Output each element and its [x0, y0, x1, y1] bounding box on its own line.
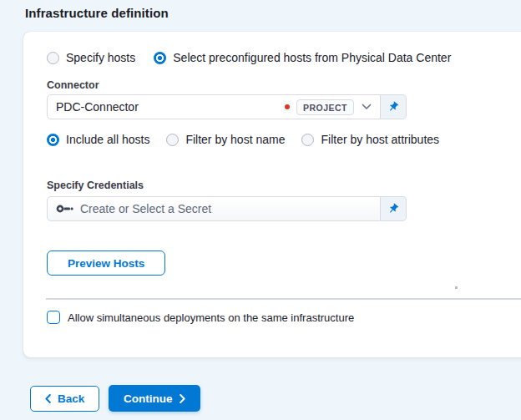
radio-select-preconfigured-hosts[interactable]: Select preconfigured hosts from Physical… [154, 51, 451, 64]
dot-artifact [455, 286, 458, 289]
divider [46, 298, 521, 300]
continue-button[interactable]: Continue [109, 385, 200, 412]
infrastructure-definition-card: Specify hosts Select preconfigured hosts… [23, 32, 521, 357]
credentials-input-group: Create or Select a Secret [47, 196, 407, 221]
connector-field[interactable]: PDC-Connector PROJECT [47, 94, 381, 119]
page-title: Infrastructure definition [25, 6, 169, 20]
radio-filter-by-host-name[interactable]: Filter by host name [166, 133, 285, 146]
radio-circle-icon[interactable] [47, 52, 59, 64]
host-filter-radio-group: Include all hosts Filter by host name Fi… [47, 133, 439, 146]
radio-circle-icon[interactable] [301, 134, 314, 146]
checkbox-label: Allow simultaneous deployments on the sa… [68, 311, 354, 324]
radio-label: Filter by host name [185, 133, 285, 146]
pin-icon [385, 99, 402, 115]
back-button-label: Back [58, 392, 84, 405]
simultaneous-deployments-option[interactable]: Allow simultaneous deployments on the sa… [47, 311, 354, 324]
radio-label: Filter by host attributes [321, 133, 439, 146]
preview-hosts-button[interactable]: Preview Hosts [47, 250, 165, 276]
radio-filter-by-host-attributes[interactable]: Filter by host attributes [301, 133, 439, 146]
chevron-left-icon [45, 394, 51, 403]
radio-label: Include all hosts [66, 133, 149, 146]
connector-runtime-input-button[interactable] [381, 94, 407, 119]
radio-label: Select preconfigured hosts from Physical… [173, 51, 451, 64]
host-selection-radio-group: Specify hosts Select preconfigured hosts… [47, 51, 451, 64]
radio-label: Specify hosts [66, 51, 135, 64]
radio-specify-hosts[interactable]: Specify hosts [47, 51, 135, 64]
secret-placeholder: Create or Select a Secret [80, 202, 372, 215]
credentials-runtime-input-button[interactable] [381, 196, 407, 221]
connector-value: PDC-Connector [56, 100, 278, 114]
back-button[interactable]: Back [30, 386, 99, 412]
checkbox[interactable] [47, 311, 60, 324]
radio-circle-icon[interactable] [166, 134, 179, 146]
key-icon [56, 204, 73, 214]
radio-include-all-hosts[interactable]: Include all hosts [47, 133, 149, 146]
specify-credentials-label: Specify Credentials [47, 180, 144, 191]
scope-badge: PROJECT [296, 99, 354, 115]
radio-circle-icon[interactable] [154, 52, 166, 64]
create-or-select-secret-field[interactable]: Create or Select a Secret [47, 196, 381, 221]
required-dot-icon [285, 104, 290, 109]
connector-input-group: PDC-Connector PROJECT [47, 94, 407, 119]
radio-circle-icon[interactable] [47, 134, 59, 146]
connector-label: Connector [47, 79, 99, 91]
chevron-down-icon[interactable] [361, 104, 372, 110]
pin-icon [385, 200, 402, 217]
continue-button-label: Continue [124, 392, 173, 405]
chevron-right-icon [180, 394, 185, 403]
